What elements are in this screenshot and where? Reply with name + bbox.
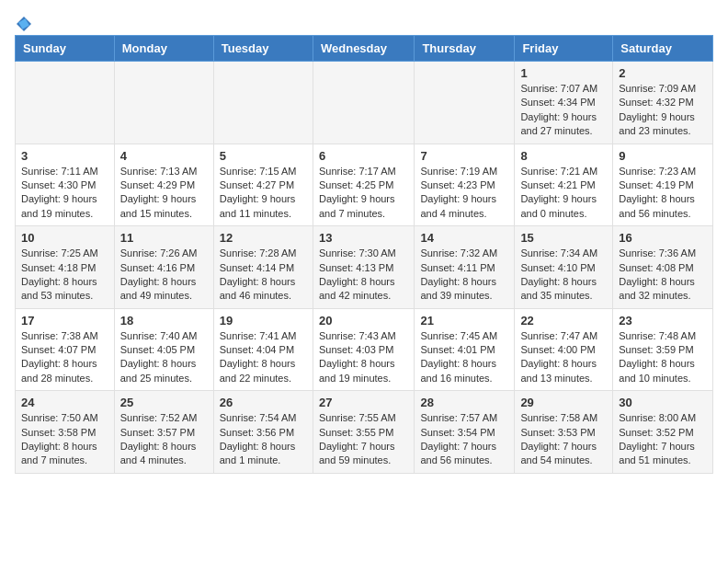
- calendar-cell: 24Sunrise: 7:50 AM Sunset: 3:58 PM Dayli…: [16, 391, 115, 474]
- calendar-cell: 20Sunrise: 7:43 AM Sunset: 4:03 PM Dayli…: [313, 308, 414, 391]
- calendar-cell: 7Sunrise: 7:19 AM Sunset: 4:23 PM Daylig…: [415, 144, 515, 226]
- calendar-cell: 10Sunrise: 7:25 AM Sunset: 4:18 PM Dayli…: [16, 226, 115, 309]
- calendar-cell: 16Sunrise: 7:36 AM Sunset: 4:08 PM Dayli…: [613, 226, 713, 309]
- day-number: 4: [120, 149, 208, 163]
- day-content: Sunrise: 7:25 AM Sunset: 4:18 PM Dayligh…: [21, 247, 108, 304]
- calendar-cell: 14Sunrise: 7:32 AM Sunset: 4:11 PM Dayli…: [415, 226, 515, 309]
- day-content: Sunrise: 7:32 AM Sunset: 4:11 PM Dayligh…: [420, 247, 508, 304]
- calendar-cell: 21Sunrise: 7:45 AM Sunset: 4:01 PM Dayli…: [415, 308, 515, 391]
- day-content: Sunrise: 7:26 AM Sunset: 4:16 PM Dayligh…: [120, 247, 208, 304]
- day-content: Sunrise: 7:55 AM Sunset: 3:55 PM Dayligh…: [319, 411, 408, 468]
- day-number: 14: [420, 231, 508, 245]
- calendar-week-row: 3Sunrise: 7:11 AM Sunset: 4:30 PM Daylig…: [16, 144, 713, 226]
- calendar-cell: 27Sunrise: 7:55 AM Sunset: 3:55 PM Dayli…: [313, 391, 414, 474]
- day-number: 30: [619, 396, 707, 409]
- day-content: Sunrise: 7:13 AM Sunset: 4:29 PM Dayligh…: [120, 165, 208, 222]
- day-number: 9: [619, 149, 707, 163]
- day-header-saturday: Saturday: [613, 36, 713, 62]
- day-number: 8: [520, 149, 607, 163]
- calendar-cell: 28Sunrise: 7:57 AM Sunset: 3:54 PM Dayli…: [415, 391, 515, 474]
- day-number: 22: [520, 314, 607, 327]
- day-number: 16: [619, 231, 707, 245]
- logo: [15, 15, 33, 28]
- day-content: Sunrise: 7:57 AM Sunset: 3:54 PM Dayligh…: [420, 411, 508, 468]
- day-number: 24: [21, 396, 108, 409]
- calendar-cell: 4Sunrise: 7:13 AM Sunset: 4:29 PM Daylig…: [114, 144, 213, 226]
- day-content: Sunrise: 7:15 AM Sunset: 4:27 PM Dayligh…: [220, 165, 307, 222]
- calendar-week-row: 10Sunrise: 7:25 AM Sunset: 4:18 PM Dayli…: [16, 226, 713, 309]
- calendar-cell: [213, 62, 313, 144]
- day-content: Sunrise: 7:30 AM Sunset: 4:13 PM Dayligh…: [319, 247, 408, 304]
- day-header-friday: Friday: [515, 36, 613, 62]
- calendar-cell: 18Sunrise: 7:40 AM Sunset: 4:05 PM Dayli…: [114, 308, 213, 391]
- calendar-cell: 1Sunrise: 7:07 AM Sunset: 4:34 PM Daylig…: [515, 62, 613, 144]
- day-number: 2: [619, 66, 707, 80]
- day-number: 28: [420, 396, 508, 409]
- day-content: Sunrise: 7:45 AM Sunset: 4:01 PM Dayligh…: [420, 329, 508, 386]
- calendar-cell: 13Sunrise: 7:30 AM Sunset: 4:13 PM Dayli…: [313, 226, 414, 309]
- day-number: 7: [420, 149, 508, 163]
- day-content: Sunrise: 7:43 AM Sunset: 4:03 PM Dayligh…: [319, 329, 408, 386]
- calendar-cell: 30Sunrise: 8:00 AM Sunset: 3:52 PM Dayli…: [613, 391, 713, 474]
- calendar-cell: 25Sunrise: 7:52 AM Sunset: 3:57 PM Dayli…: [114, 391, 213, 474]
- calendar-cell: [313, 62, 414, 144]
- day-number: 13: [319, 231, 408, 245]
- day-number: 20: [319, 314, 408, 327]
- day-header-monday: Monday: [114, 36, 213, 62]
- calendar-cell: 12Sunrise: 7:28 AM Sunset: 4:14 PM Dayli…: [213, 226, 313, 309]
- day-number: 3: [21, 149, 108, 163]
- calendar-cell: 8Sunrise: 7:21 AM Sunset: 4:21 PM Daylig…: [515, 144, 613, 226]
- day-content: Sunrise: 7:54 AM Sunset: 3:56 PM Dayligh…: [220, 411, 307, 468]
- day-content: Sunrise: 7:36 AM Sunset: 4:08 PM Dayligh…: [619, 247, 707, 304]
- calendar-cell: [16, 62, 115, 144]
- day-content: Sunrise: 7:09 AM Sunset: 4:32 PM Dayligh…: [619, 82, 707, 139]
- day-number: 23: [619, 314, 707, 327]
- calendar-cell: 15Sunrise: 7:34 AM Sunset: 4:10 PM Dayli…: [515, 226, 613, 309]
- calendar-week-row: 24Sunrise: 7:50 AM Sunset: 3:58 PM Dayli…: [16, 391, 713, 474]
- calendar-cell: 22Sunrise: 7:47 AM Sunset: 4:00 PM Dayli…: [515, 308, 613, 391]
- day-header-thursday: Thursday: [415, 36, 515, 62]
- header: [15, 15, 713, 28]
- day-content: Sunrise: 7:47 AM Sunset: 4:00 PM Dayligh…: [520, 329, 607, 386]
- day-header-tuesday: Tuesday: [213, 36, 313, 62]
- day-content: Sunrise: 7:19 AM Sunset: 4:23 PM Dayligh…: [420, 165, 508, 222]
- day-content: Sunrise: 7:58 AM Sunset: 3:53 PM Dayligh…: [520, 411, 607, 468]
- calendar-cell: 3Sunrise: 7:11 AM Sunset: 4:30 PM Daylig…: [16, 144, 115, 226]
- day-content: Sunrise: 7:50 AM Sunset: 3:58 PM Dayligh…: [21, 411, 108, 468]
- day-header-sunday: Sunday: [16, 36, 115, 62]
- day-content: Sunrise: 7:48 AM Sunset: 3:59 PM Dayligh…: [619, 329, 707, 386]
- day-content: Sunrise: 7:11 AM Sunset: 4:30 PM Dayligh…: [21, 165, 108, 222]
- calendar-cell: 19Sunrise: 7:41 AM Sunset: 4:04 PM Dayli…: [213, 308, 313, 391]
- day-content: Sunrise: 7:17 AM Sunset: 4:25 PM Dayligh…: [319, 165, 408, 222]
- day-header-wednesday: Wednesday: [313, 36, 414, 62]
- calendar-week-row: 1Sunrise: 7:07 AM Sunset: 4:34 PM Daylig…: [16, 62, 713, 144]
- day-number: 19: [220, 314, 307, 327]
- day-content: Sunrise: 7:38 AM Sunset: 4:07 PM Dayligh…: [21, 329, 108, 386]
- calendar-header-row: SundayMondayTuesdayWednesdayThursdayFrid…: [16, 36, 713, 62]
- day-content: Sunrise: 7:52 AM Sunset: 3:57 PM Dayligh…: [120, 411, 208, 468]
- day-content: Sunrise: 7:41 AM Sunset: 4:04 PM Dayligh…: [220, 329, 307, 386]
- day-number: 15: [520, 231, 607, 245]
- calendar-cell: 17Sunrise: 7:38 AM Sunset: 4:07 PM Dayli…: [16, 308, 115, 391]
- calendar-cell: 6Sunrise: 7:17 AM Sunset: 4:25 PM Daylig…: [313, 144, 414, 226]
- day-number: 21: [420, 314, 508, 327]
- calendar-cell: 5Sunrise: 7:15 AM Sunset: 4:27 PM Daylig…: [213, 144, 313, 226]
- calendar-cell: [415, 62, 515, 144]
- day-number: 18: [120, 314, 208, 327]
- calendar-cell: 29Sunrise: 7:58 AM Sunset: 3:53 PM Dayli…: [515, 391, 613, 474]
- day-content: Sunrise: 7:07 AM Sunset: 4:34 PM Dayligh…: [520, 82, 607, 139]
- calendar-cell: 26Sunrise: 7:54 AM Sunset: 3:56 PM Dayli…: [213, 391, 313, 474]
- day-number: 17: [21, 314, 108, 327]
- day-content: Sunrise: 7:40 AM Sunset: 4:05 PM Dayligh…: [120, 329, 208, 386]
- calendar: SundayMondayTuesdayWednesdayThursdayFrid…: [15, 35, 713, 474]
- day-content: Sunrise: 7:34 AM Sunset: 4:10 PM Dayligh…: [520, 247, 607, 304]
- day-content: Sunrise: 7:21 AM Sunset: 4:21 PM Dayligh…: [520, 165, 607, 222]
- calendar-cell: 23Sunrise: 7:48 AM Sunset: 3:59 PM Dayli…: [613, 308, 713, 391]
- day-number: 1: [520, 66, 607, 80]
- day-number: 12: [220, 231, 307, 245]
- calendar-week-row: 17Sunrise: 7:38 AM Sunset: 4:07 PM Dayli…: [16, 308, 713, 391]
- day-number: 10: [21, 231, 108, 245]
- day-number: 5: [220, 149, 307, 163]
- day-number: 29: [520, 396, 607, 409]
- day-number: 27: [319, 396, 408, 409]
